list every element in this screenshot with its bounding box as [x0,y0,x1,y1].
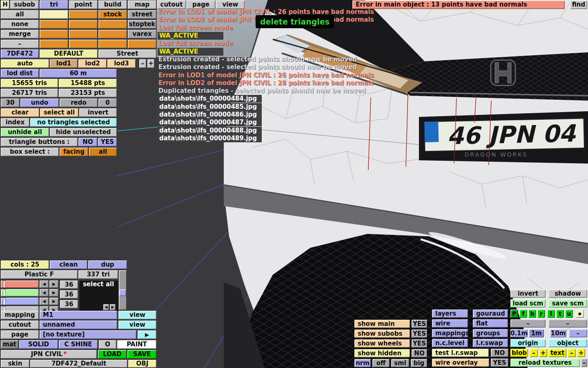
blob-plus[interactable]: + [539,349,547,357]
reload-textures-button[interactable]: reload textures [510,359,580,367]
view-b-button[interactable]: b [528,310,536,318]
nrm-off[interactable]: off [372,359,390,367]
subob-cell[interactable] [98,40,127,48]
save-button[interactable]: SAVE [127,350,156,359]
test-lr-swap-label[interactable]: test l.r.swap [432,349,489,357]
triangle-buttons-no[interactable]: NO [78,138,97,146]
lod1-selected[interactable]: lod1 [50,59,78,68]
red-slider[interactable] [1,280,39,288]
select-all-button[interactable]: select all [40,108,78,117]
lr-swap-button[interactable]: l.r.swap [473,339,508,347]
show-main-label[interactable]: show main [354,320,410,328]
menu-h[interactable]: H [1,0,9,9]
nrm-button[interactable]: nrm [354,359,371,367]
subob-cell[interactable] [69,20,98,29]
obj-button[interactable]: OBJ [128,360,156,368]
view-l-button[interactable]: l [547,310,555,318]
menu-build[interactable]: build [98,0,127,9]
view-r-button[interactable]: r [537,310,545,318]
color-page-next[interactable]: ▶ [110,304,116,310]
object-button[interactable]: object [548,339,587,347]
blob-minus[interactable]: – [530,349,538,357]
mapping-label[interactable]: mapping [1,311,39,319]
nc-level-button[interactable]: n.c.level [432,339,468,347]
menu-view[interactable]: view [216,0,245,9]
mappings-button[interactable]: mappings [432,329,468,337]
subob-cell[interactable] [40,20,68,29]
index-button[interactable]: index [1,118,29,127]
menu-map[interactable]: map [128,0,156,9]
view-p-button[interactable]: P [510,310,518,318]
shadow-invert-button[interactable]: invert [510,289,546,298]
wire-overlay-toggle[interactable]: YES [491,359,508,367]
load-scm-button[interactable]: load scm [510,299,546,307]
box-select-facing[interactable]: facing [60,148,88,156]
show-hidden-label[interactable]: show hidden [354,349,410,357]
dash-button-1[interactable]: – [510,319,546,328]
test-lr-swap-toggle[interactable]: NO [491,349,508,357]
subob-cell[interactable] [69,40,98,48]
show-subobs-label[interactable]: show subobs [354,330,410,338]
subob-cell[interactable] [69,30,98,38]
gouraud-button[interactable]: gouraud [473,310,508,318]
text-minus[interactable]: – [568,349,576,357]
subob-stock[interactable]: stock [98,10,127,19]
subob-cell[interactable] [98,20,127,29]
mapping-name[interactable]: M1 [40,311,117,319]
wire-overlay-label[interactable]: wire overlay [432,359,489,367]
mat-label[interactable]: mat [1,340,18,349]
subob-cell[interactable] [40,40,68,48]
lod-minus[interactable]: – [139,59,146,68]
dup-button[interactable]: dup [88,260,127,269]
nrm-sml[interactable]: sml [391,359,409,367]
page-next-button[interactable]: ▶ [138,330,156,339]
dash-button-2[interactable]: – [548,319,587,328]
config-id[interactable]: 7DF472 [1,49,39,58]
show-subobs-toggle[interactable]: YES [412,330,427,338]
save-scm-button[interactable]: save scm [548,299,587,307]
model-name[interactable]: JPN CIVIL* [1,350,97,359]
menu-page[interactable]: page [187,0,215,9]
origin-button[interactable]: origin [510,339,546,347]
unhide-all-button[interactable]: unhide all [1,128,49,137]
flat-button[interactable]: flat [473,319,508,328]
nrm-big[interactable]: big [411,359,427,367]
shadow-button[interactable]: shadow [548,289,587,298]
subob-cell[interactable] [40,10,68,19]
select-none[interactable]: none [1,20,39,29]
show-hidden-toggle[interactable]: NO [412,349,427,357]
show-wheels-toggle[interactable]: YES [412,339,427,348]
subob-cell[interactable] [40,30,68,38]
lod-auto[interactable]: auto [1,59,49,68]
green-increase[interactable]: ▶ [49,289,58,296]
cols-count[interactable]: cols : 25 [1,260,49,269]
mapping-view-button[interactable]: view [118,311,156,319]
grid-0-1m[interactable]: 0.1m [510,329,528,337]
text-plus[interactable]: + [577,349,585,357]
find-button[interactable]: find [570,0,587,9]
reload-dash[interactable]: – [581,359,587,367]
grid-10m[interactable]: 10m [550,329,566,337]
grid-1m-selected[interactable]: 1m [529,329,544,337]
menu-cutout[interactable]: cutout [157,0,186,9]
show-main-toggle[interactable]: YES [412,320,427,328]
view-t-button[interactable]: t [556,310,564,318]
layers-button[interactable]: layers [432,310,468,318]
subob-cell[interactable] [128,40,156,48]
subob-cell[interactable] [69,10,98,19]
red-increase[interactable]: ▶ [49,280,58,288]
groups-button[interactable]: groups [473,329,508,337]
invert-selection[interactable]: invert [79,108,117,117]
red-decrease[interactable]: ◀ [40,280,49,288]
subob-street[interactable]: street [128,10,156,19]
redo-button[interactable]: redo [60,99,98,107]
mat-c-shine[interactable]: C SHINE [59,340,98,349]
menu-subob[interactable]: subob [10,0,39,9]
green-slider[interactable] [1,289,39,296]
select-all-subobs[interactable]: all [1,10,39,19]
mat-solid[interactable]: SOLID [19,340,58,349]
lod2[interactable]: lod2 [78,59,107,68]
text-button[interactable]: text [548,349,566,357]
config-street[interactable]: Street [98,49,156,58]
color-page-prev[interactable]: ◀ [103,304,109,310]
